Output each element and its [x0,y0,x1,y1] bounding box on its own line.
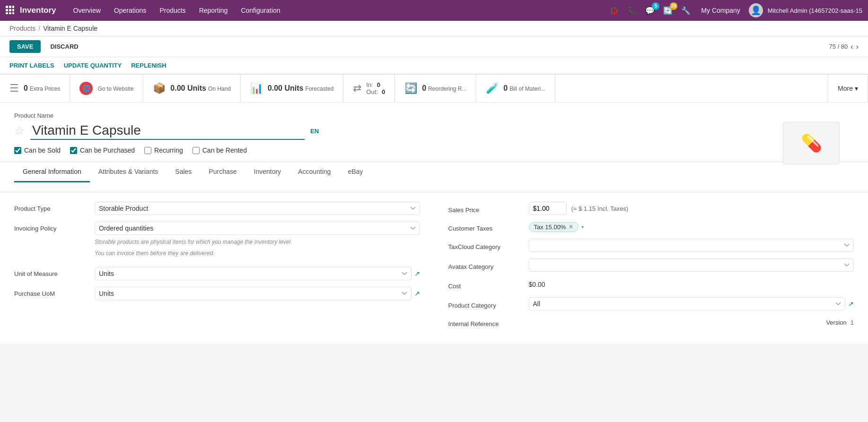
avatax-field [529,258,854,272]
star-favorite-icon[interactable]: ☆ [14,124,25,138]
bom-btn[interactable]: 🧪 0 Bill of Materi... [476,75,555,102]
nav-reporting[interactable]: Reporting [193,5,234,16]
breadcrumb-parent[interactable]: Products [9,25,35,32]
version-label: Version [826,319,846,326]
internal-reference-label: Internal Reference [448,317,524,327]
more-btn[interactable]: More ▾ [828,75,868,102]
company-name: My Company [701,7,740,14]
invoicing-policy-select[interactable]: Ordered quantities [95,222,420,235]
bom-label: Bill of Materi... [509,86,545,92]
breadcrumb-separator: / [38,25,40,32]
go-to-website-btn[interactable]: 🌐 Go to Website [70,75,143,102]
customer-taxes-row: Customer Taxes Tax 15.00% ✕ ▾ [448,222,854,232]
taxcloud-row: TaxCloud Category [448,239,854,252]
app-name: Inventory [20,6,56,15]
on-hand-btn[interactable]: 📦 0.00 Units On Hand [143,75,241,102]
avatax-label: Avatax Category [448,260,524,270]
can-be-rented-checkbox[interactable]: Can be Rented [193,146,247,154]
tab-inventory[interactable]: Inventory [245,162,290,182]
product-form: Product Name ☆ EN 💊 Can be Sold Can be P… [0,103,868,192]
reorder-icon: 🔄 [404,82,417,95]
product-type-row: Product Type Storable Product [14,202,420,215]
nav-operations[interactable]: Operations [108,5,152,16]
update-quantity-button[interactable]: UPDATE QUANTITY [64,60,122,71]
tab-ebay[interactable]: eBay [339,162,371,182]
svg-rect-2 [12,6,14,8]
chat-icon[interactable]: 💬 5 [643,4,657,17]
taxcloud-field [529,239,854,252]
version-row: Version 1 [529,319,854,326]
bug-icon[interactable]: 🐞 [607,4,621,17]
forecast-icon: 📊 [250,82,263,95]
replenish-button[interactable]: REPLENISH [131,60,166,71]
pagination: 75 / 80 ‹ › [829,43,859,51]
product-name-label: Product Name [14,112,854,119]
stat-bar: ☰ 0 Extra Prices 🌐 Go to Website 📦 0.00 … [0,75,868,103]
purchase-uom-external-link-icon[interactable]: ↗ [414,290,420,297]
phone-icon[interactable]: 📞 [625,4,639,17]
recurring-label: Recurring [154,146,183,154]
product-category-select[interactable]: All [529,297,846,310]
tab-general-information[interactable]: General Information [14,162,90,182]
updates-badge: 26 [670,2,677,10]
svg-rect-8 [12,12,14,14]
svg-rect-4 [9,9,11,11]
product-image-placeholder: 💊 [801,133,822,153]
forecasted-btn[interactable]: 📊 0.00 Units Forecasted [241,75,344,102]
invoicing-hint1: Storable products are physical items for… [95,238,420,246]
can-be-sold-checkbox[interactable]: Can be Sold [14,146,61,154]
refresh-icon[interactable]: 🔄 26 [661,4,675,17]
print-labels-button[interactable]: PRINT LABELS [9,60,54,71]
taxcloud-select[interactable] [529,239,854,252]
bom-value: 0 [503,84,508,92]
recurring-checkbox[interactable]: Recurring [144,146,183,154]
invoicing-policy-field: Ordered quantities Storable products are… [95,222,420,258]
settings-icon[interactable]: 🔧 [679,4,693,17]
grid-icon[interactable] [6,6,14,16]
purchase-uom-label: Purchase UoM [14,287,90,297]
uom-field: Units ↗ [95,267,420,280]
sales-price-input[interactable] [529,202,567,215]
sub-action-bar: PRINT LABELS UPDATE QUANTITY REPLENISH [0,57,868,75]
invoicing-policy-row: Invoicing Policy Ordered quantities Stor… [14,222,420,258]
avatax-select[interactable] [529,258,854,272]
product-name-input[interactable] [30,122,305,140]
reordering-btn[interactable]: 🔄 0 Reordering R... [395,75,476,102]
prev-chevron[interactable]: ‹ [850,43,853,51]
purchase-uom-field-with-btn: Units ↗ [95,287,420,300]
user-avatar[interactable]: 👤 [749,3,763,17]
extra-prices-btn[interactable]: ☰ 0 Extra Prices [0,75,70,102]
tab-sales[interactable]: Sales [167,162,200,182]
svg-rect-5 [12,9,14,11]
next-chevron[interactable]: › [856,43,859,51]
svg-rect-0 [6,6,8,8]
product-name-row: ☆ EN [14,122,854,140]
cost-input[interactable] [529,278,612,291]
nav-products[interactable]: Products [154,5,191,16]
tax-remove-icon[interactable]: ✕ [569,224,573,230]
purchase-uom-field: Units ↗ [95,287,420,300]
save-button[interactable]: SAVE [9,40,41,53]
nav-configuration[interactable]: Configuration [235,5,286,16]
tab-attributes-variants[interactable]: Attributes & Variants [90,162,167,182]
uom-select[interactable]: Units [95,267,412,280]
product-type-select[interactable]: Storable Product [95,202,420,215]
checkboxes-row: Can be Sold Can be Purchased Recurring C… [14,146,854,154]
tab-accounting[interactable]: Accounting [289,162,339,182]
more-label: More [838,85,853,92]
invoicing-hint2: You can invoice them before they are del… [95,249,420,258]
lang-badge[interactable]: EN [310,128,319,135]
product-category-external-link-icon[interactable]: ↗ [848,300,854,308]
internal-reference-field: Version 1 [529,319,854,326]
in-out-btn[interactable]: ⇄ In: 0 Out: 0 [343,75,395,102]
taxes-field: Tax 15.00% ✕ ▾ [529,222,585,232]
uom-external-link-icon[interactable]: ↗ [414,270,420,277]
discard-button[interactable]: DISCARD [44,40,84,53]
taxes-chevron-icon[interactable]: ▾ [581,224,584,230]
tab-purchase[interactable]: Purchase [200,162,245,182]
forecasted-label: Forecasted [305,86,333,92]
can-be-purchased-checkbox[interactable]: Can be Purchased [70,146,135,154]
purchase-uom-select[interactable]: Units [95,287,412,300]
product-image[interactable]: 💊 [783,122,840,164]
nav-overview[interactable]: Overview [68,5,106,16]
